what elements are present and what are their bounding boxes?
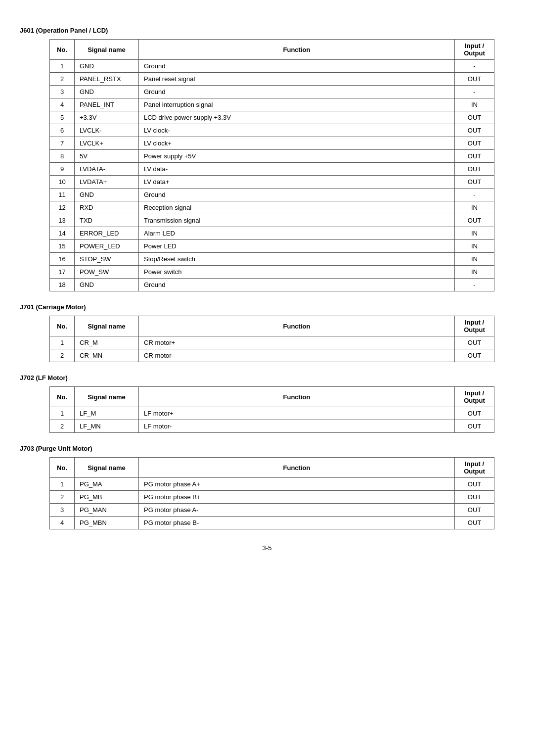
cell-function: Transmission signal <box>139 214 455 227</box>
cell-function: LV clock+ <box>139 137 455 150</box>
cell-io: OUT <box>455 517 494 529</box>
cell-signal: PG_MA <box>75 478 139 491</box>
cell-io: OUT <box>455 478 494 491</box>
cell-no: 2 <box>50 73 75 86</box>
table-row: 3GNDGround- <box>50 86 494 98</box>
cell-no: 16 <box>50 253 75 266</box>
table-j703: No.Signal nameFunctionInput /Output1PG_M… <box>49 457 494 529</box>
cell-no: 1 <box>50 478 75 491</box>
cell-no: 5 <box>50 111 75 124</box>
cell-io: - <box>455 60 494 73</box>
cell-io: OUT <box>455 336 494 349</box>
cell-io: IN <box>455 266 494 279</box>
cell-function: Ground <box>139 86 455 98</box>
cell-no: 2 <box>50 349 75 362</box>
cell-signal: LVCLK- <box>75 124 139 137</box>
cell-signal: TXD <box>75 214 139 227</box>
table-row: 14ERROR_LEDAlarm LEDIN <box>50 227 494 240</box>
table-row: 7LVCLK+LV clock+OUT <box>50 137 494 150</box>
cell-signal: LVDATA+ <box>75 176 139 189</box>
cell-io: IN <box>455 201 494 214</box>
table-j702: No.Signal nameFunctionInput /Output1LF_M… <box>49 386 494 433</box>
cell-function: CR motor- <box>139 349 455 362</box>
cell-no: 4 <box>50 98 75 111</box>
cell-signal: RXD <box>75 201 139 214</box>
cell-no: 1 <box>50 407 75 420</box>
cell-signal: LF_MN <box>75 420 139 433</box>
cell-function: PG motor phase B- <box>139 517 455 529</box>
cell-no: 9 <box>50 163 75 176</box>
cell-no: 11 <box>50 189 75 201</box>
cell-signal: PG_MAN <box>75 504 139 517</box>
cell-no: 13 <box>50 214 75 227</box>
col-header-1: Signal name <box>75 40 139 60</box>
col-header-1: Signal name <box>75 458 139 478</box>
cell-signal: ERROR_LED <box>75 227 139 240</box>
col-header-2: Function <box>139 316 455 336</box>
cell-no: 12 <box>50 201 75 214</box>
cell-io: OUT <box>455 124 494 137</box>
table-row: 3PG_MANPG motor phase A-OUT <box>50 504 494 517</box>
cell-no: 15 <box>50 240 75 253</box>
section-title-j702: J702 (LF Motor) <box>20 374 514 381</box>
cell-function: PG motor phase B+ <box>139 491 455 504</box>
table-row: 2CR_MNCR motor-OUT <box>50 349 494 362</box>
col-header-3: Input /Output <box>455 316 494 336</box>
cell-io: OUT <box>455 163 494 176</box>
cell-no: 8 <box>50 150 75 163</box>
col-header-2: Function <box>139 458 455 478</box>
cell-function: Alarm LED <box>139 227 455 240</box>
col-header-3: Input /Output <box>455 387 494 407</box>
section-title-j701: J701 (Carriage Motor) <box>20 303 514 311</box>
section-title-j703: J703 (Purge Unit Motor) <box>20 445 514 452</box>
cell-signal: +3.3V <box>75 111 139 124</box>
cell-function: Reception signal <box>139 201 455 214</box>
table-row: 13TXDTransmission signalOUT <box>50 214 494 227</box>
cell-function: LV data- <box>139 163 455 176</box>
table-row: 85VPower supply +5VOUT <box>50 150 494 163</box>
cell-io: OUT <box>455 73 494 86</box>
cell-function: CR motor+ <box>139 336 455 349</box>
cell-io: IN <box>455 240 494 253</box>
cell-signal: PG_MBN <box>75 517 139 529</box>
cell-io: IN <box>455 253 494 266</box>
cell-io: OUT <box>455 407 494 420</box>
cell-function: Power supply +5V <box>139 150 455 163</box>
cell-signal: STOP_SW <box>75 253 139 266</box>
cell-function: Panel interruption signal <box>139 98 455 111</box>
cell-no: 10 <box>50 176 75 189</box>
cell-signal: GND <box>75 60 139 73</box>
table-row: 2PANEL_RSTXPanel reset signalOUT <box>50 73 494 86</box>
cell-function: Ground <box>139 189 455 201</box>
col-header-1: Signal name <box>75 316 139 336</box>
table-j701: No.Signal nameFunctionInput /Output1CR_M… <box>49 316 494 362</box>
cell-function: PG motor phase A+ <box>139 478 455 491</box>
cell-io: - <box>455 279 494 291</box>
table-row: 1LF_MLF motor+OUT <box>50 407 494 420</box>
table-row: 9LVDATA-LV data-OUT <box>50 163 494 176</box>
cell-signal: 5V <box>75 150 139 163</box>
cell-signal: LVCLK+ <box>75 137 139 150</box>
cell-signal: PANEL_RSTX <box>75 73 139 86</box>
cell-no: 2 <box>50 420 75 433</box>
cell-signal: LF_M <box>75 407 139 420</box>
col-header-1: Signal name <box>75 387 139 407</box>
table-j601: No.Signal nameFunctionInput /Output1GNDG… <box>49 39 494 291</box>
col-header-2: Function <box>139 387 455 407</box>
cell-function: Ground <box>139 279 455 291</box>
cell-io: OUT <box>455 491 494 504</box>
cell-io: OUT <box>455 349 494 362</box>
cell-io: OUT <box>455 504 494 517</box>
cell-no: 1 <box>50 336 75 349</box>
cell-io: OUT <box>455 420 494 433</box>
cell-io: OUT <box>455 111 494 124</box>
table-row: 15POWER_LEDPower LEDIN <box>50 240 494 253</box>
table-row: 17POW_SWPower switchIN <box>50 266 494 279</box>
cell-no: 3 <box>50 504 75 517</box>
table-row: 4PANEL_INTPanel interruption signalIN <box>50 98 494 111</box>
table-row: 12RXDReception signalIN <box>50 201 494 214</box>
cell-function: LF motor+ <box>139 407 455 420</box>
cell-function: LV clock- <box>139 124 455 137</box>
cell-function: PG motor phase A- <box>139 504 455 517</box>
cell-function: Stop/Reset switch <box>139 253 455 266</box>
